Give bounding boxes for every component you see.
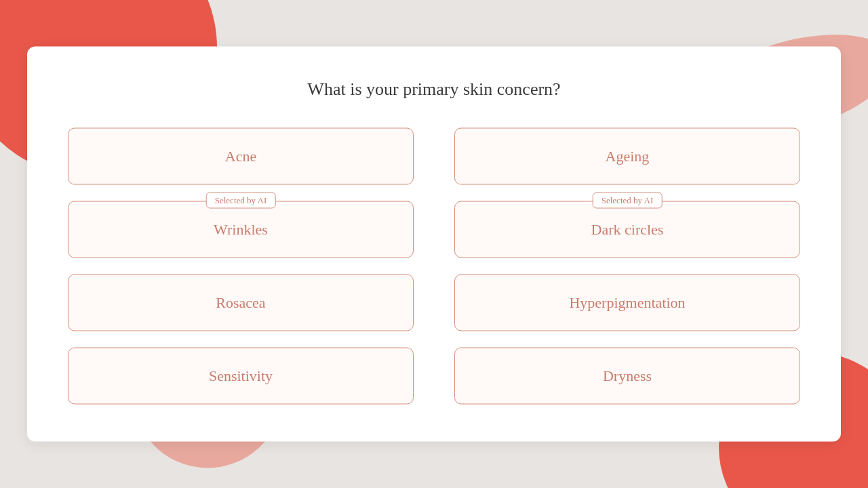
option-btn-acne[interactable]: Acne [68,128,414,185]
options-grid: AcneAgeingSelected by AIWrinklesSelected… [68,128,800,405]
option-label-ageing: Ageing [606,148,650,165]
option-label-acne: Acne [225,148,256,165]
page-title: What is your primary skin concern? [68,79,800,100]
option-btn-dryness[interactable]: Dryness [454,348,800,405]
main-card: What is your primary skin concern? AcneA… [27,47,841,442]
option-label-dryness: Dryness [603,367,652,384]
option-label-sensitivity: Sensitivity [209,367,273,384]
option-btn-ageing[interactable]: Ageing [454,128,800,185]
option-btn-dark-circles[interactable]: Selected by AIDark circles [454,201,800,258]
option-label-wrinkles: Wrinkles [214,221,268,238]
ai-badge-wrinkles: Selected by AI [206,192,276,209]
option-btn-sensitivity[interactable]: Sensitivity [68,348,414,405]
option-label-hyperpigmentation: Hyperpigmentation [569,294,685,311]
option-btn-wrinkles[interactable]: Selected by AIWrinkles [68,201,414,258]
option-label-rosacea: Rosacea [216,294,265,311]
option-label-dark-circles: Dark circles [591,221,664,238]
option-btn-rosacea[interactable]: Rosacea [68,274,414,331]
ai-badge-dark-circles: Selected by AI [593,192,663,209]
option-btn-hyperpigmentation[interactable]: Hyperpigmentation [454,274,800,331]
